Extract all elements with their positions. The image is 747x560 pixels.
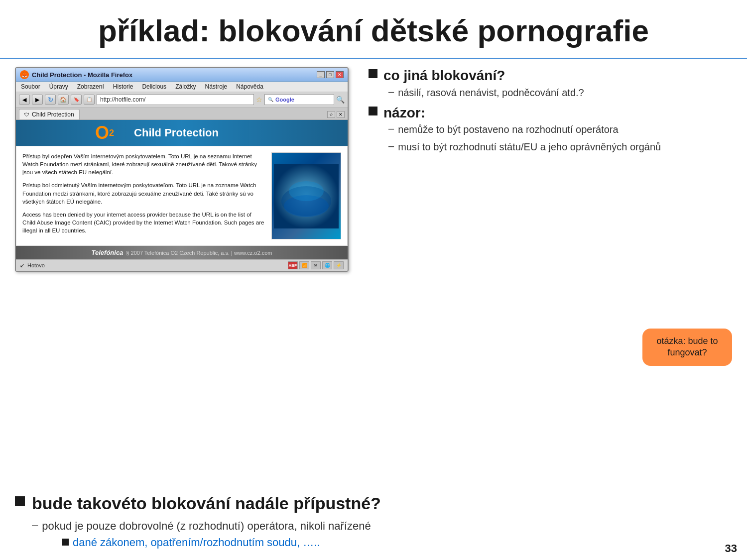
dash-icon-2: – bbox=[388, 123, 394, 134]
home-button[interactable]: 🏠 bbox=[58, 95, 69, 105]
q2-sub1-text: nemůže to být postaveno na rozhodnutí op… bbox=[398, 123, 619, 136]
svg-point-3 bbox=[289, 181, 324, 201]
back-button[interactable]: ◀ bbox=[19, 95, 30, 105]
callout-text: otázka: bude to fungovat? bbox=[656, 336, 718, 357]
cp-image bbox=[271, 152, 341, 239]
bottom-main-bullet: bude takovéto blokování nadále přípustné… bbox=[15, 493, 732, 514]
bottom-sub-area: – pokud je pouze dobrovolné (z rozhodnut… bbox=[32, 519, 732, 550]
menu-zobrazeni[interactable]: Zobrazení bbox=[76, 83, 105, 91]
statusbar-left: ↙ Hotovo bbox=[20, 262, 45, 269]
menu-napoveda[interactable]: Nápověda bbox=[235, 83, 264, 91]
cp-logo: O 2 bbox=[95, 124, 114, 142]
bullet-content-q2: názor: – nemůže to být postaveno na rozh… bbox=[383, 105, 727, 154]
menu-historie[interactable]: Historie bbox=[112, 83, 134, 91]
cp-logo-sub: 2 bbox=[109, 128, 114, 138]
status-icon-2: 📶 bbox=[299, 261, 309, 269]
q2-sub1: – nemůže to být postaveno na rozhodnutí … bbox=[388, 123, 727, 136]
star-icon: ☆ bbox=[256, 96, 262, 104]
bottom-sub-sub-area: dané zákonem, opatřením/rozhodnutím soud… bbox=[62, 535, 732, 550]
cp-body: Přístup byl odepřen Vaším internetovým p… bbox=[16, 146, 348, 246]
status-icons: ABP 📶 ✉ 🌐 ⚡ bbox=[288, 261, 344, 269]
status-icon-4: 🌐 bbox=[322, 261, 332, 269]
tab-icon: 🛡 bbox=[24, 112, 29, 117]
firefox-icon: 🦊 bbox=[20, 70, 29, 79]
status-icon-3: ✉ bbox=[311, 261, 321, 269]
address-bar-text: http://hotfile.com/ bbox=[100, 96, 145, 103]
browser-titlebar: 🦊 Child Protection - Mozilla Firefox _ □… bbox=[16, 68, 348, 82]
nav-right: ☆ 🔍 Google 🔍 bbox=[256, 94, 345, 105]
refresh-button[interactable]: ↻ bbox=[45, 95, 56, 105]
bottom-bullet-square bbox=[15, 496, 25, 506]
right-panel: co jiná blokování? – násilí, rasová nená… bbox=[364, 67, 732, 272]
bottom-sub-sub-text: dané zákonem, opatřením/rozhodnutím soud… bbox=[73, 535, 320, 550]
menu-nastroje[interactable]: Nástroje bbox=[204, 83, 228, 91]
footer-brand: Telefónica bbox=[92, 249, 124, 256]
menu-soubor[interactable]: Soubor bbox=[20, 83, 41, 91]
bottom-content: bude takovéto blokování nadále přípustné… bbox=[15, 493, 732, 550]
titlebar-left: 🦊 Child Protection - Mozilla Firefox bbox=[20, 70, 132, 79]
bullet-square-q2 bbox=[369, 107, 377, 115]
page-title: příklad: blokování dětské pornografie bbox=[0, 0, 747, 58]
cp-image-svg bbox=[274, 164, 339, 228]
status-text: Hotovo bbox=[27, 262, 45, 268]
nav-icon5[interactable]: 🔖 bbox=[71, 95, 82, 105]
browser-title: Child Protection - Mozilla Firefox bbox=[32, 71, 132, 79]
browser-navbar: ◀ ▶ ↻ 🏠 🔖 📋 http://hotfile.com/ ☆ 🔍 Goog… bbox=[16, 92, 348, 108]
browser-tab-childprotection[interactable]: 🛡 Child Protection bbox=[19, 109, 80, 119]
google-label: Google bbox=[275, 97, 294, 103]
bullet-q2: názor: – nemůže to být postaveno na rozh… bbox=[369, 105, 727, 154]
bullet-square-q1 bbox=[369, 69, 377, 78]
page-number: 33 bbox=[725, 542, 737, 555]
menu-delicious[interactable]: Delicious bbox=[141, 83, 167, 91]
tab-close-button[interactable]: ✕ bbox=[337, 111, 345, 118]
q2-sub2: – musí to být rozhodnutí státu/EU a jeho… bbox=[388, 140, 727, 154]
bullet-q1: co jiná blokování? – násilí, rasová nená… bbox=[369, 67, 727, 100]
status-icon-1: ABP bbox=[288, 261, 298, 269]
footer-text: § 2007 Telefónica O2 Czech Republic, a.s… bbox=[126, 250, 272, 256]
minimize-button[interactable]: _ bbox=[317, 71, 325, 78]
search-icon: 🔍 bbox=[268, 97, 273, 102]
title-divider bbox=[0, 58, 747, 59]
address-bar[interactable]: http://hotfile.com/ bbox=[97, 94, 254, 105]
sub-sub-square bbox=[62, 539, 69, 546]
dash-icon-3: – bbox=[388, 140, 394, 152]
bullet-content-q1: co jiná blokování? – násilí, rasová nená… bbox=[383, 67, 727, 100]
dash-icon-1: – bbox=[388, 86, 394, 98]
status-arrow-icon: ↙ bbox=[20, 262, 24, 269]
cp-text-sk: Prístup bol odmietnutý Vaším internetový… bbox=[22, 181, 265, 205]
bottom-main-text: bude takovéto blokování nadále přípustné… bbox=[32, 493, 381, 514]
q2-sub2-text: musí to být rozhodnutí státu/EU a jeho o… bbox=[398, 140, 661, 154]
cp-text-area: Přístup byl odepřen Vaším internetovým p… bbox=[22, 152, 265, 239]
q1-sub1: – násilí, rasová nenávist, podněcování a… bbox=[388, 86, 727, 100]
menu-upravy[interactable]: Úpravy bbox=[48, 83, 69, 91]
forward-button[interactable]: ▶ bbox=[32, 95, 43, 105]
cp-title: Child Protection bbox=[134, 126, 219, 139]
browser-tabbar: 🛡 Child Protection ☆ ✕ bbox=[16, 108, 348, 120]
q1-main-text: co jiná blokování? bbox=[383, 67, 727, 84]
bottom-sub-sub-item-1: dané zákonem, opatřením/rozhodnutím soud… bbox=[62, 535, 732, 550]
browser-menubar: Soubor Úpravy Zobrazení Historie Delicio… bbox=[16, 82, 348, 92]
browser-statusbar: ↙ Hotovo ABP 📶 ✉ 🌐 ⚡ bbox=[16, 259, 348, 271]
close-button[interactable]: ✕ bbox=[336, 71, 344, 78]
tab-controls: ☆ ✕ bbox=[327, 111, 345, 119]
q2-main-text: názor: bbox=[383, 105, 727, 121]
browser-window: 🦊 Child Protection - Mozilla Firefox _ □… bbox=[15, 67, 349, 272]
maximize-button[interactable]: □ bbox=[326, 71, 334, 78]
q1-sub1-text: násilí, rasová nenávist, podněcování atd… bbox=[398, 86, 584, 100]
nav-icon6[interactable]: 📋 bbox=[84, 95, 95, 105]
search-bar[interactable]: 🔍 Google bbox=[264, 94, 334, 105]
bottom-sub1-text: pokud je pouze dobrovolné (z rozhodnutí)… bbox=[42, 519, 371, 534]
cp-logo-o: O bbox=[95, 124, 109, 142]
tab-pin-button[interactable]: ☆ bbox=[327, 111, 335, 118]
cp-text-cz: Přístup byl odepřen Vaším internetovým p… bbox=[22, 152, 265, 176]
bottom-dash-item-1: – pokud je pouze dobrovolné (z rozhodnut… bbox=[32, 519, 732, 534]
callout-box: otázka: bude to fungovat? bbox=[642, 329, 732, 366]
browser-footer: Telefónica § 2007 Telefónica O2 Czech Re… bbox=[16, 246, 348, 259]
tab-label: Child Protection bbox=[32, 111, 74, 118]
bottom-dash-1: – bbox=[32, 519, 38, 532]
cp-text-en: Access has been denied by your internet … bbox=[22, 211, 265, 234]
status-icon-5: ⚡ bbox=[334, 261, 344, 269]
menu-zalozky[interactable]: Záložky bbox=[174, 83, 197, 91]
cp-header-banner: O 2 Child Protection bbox=[16, 120, 348, 146]
content-area: 🦊 Child Protection - Mozilla Firefox _ □… bbox=[0, 67, 747, 272]
